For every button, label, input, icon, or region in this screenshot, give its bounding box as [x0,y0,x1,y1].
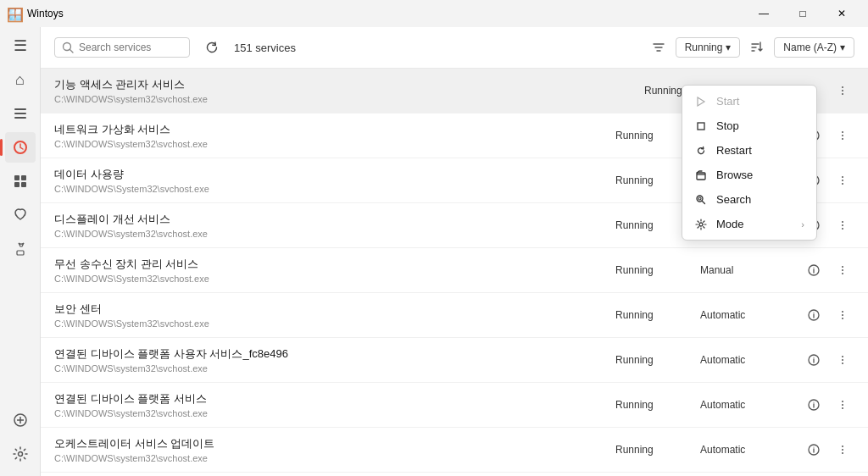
toolbar: 151 services Running ▾ Name (A-Z) ▾ [41,27,868,69]
more-button[interactable] [831,169,854,192]
svg-rect-6 [14,182,19,187]
svg-rect-5 [21,175,26,180]
service-count: 151 services [234,42,296,54]
svg-point-34 [842,224,843,226]
more-button[interactable] [831,213,854,237]
info-icon [808,264,820,276]
info-button[interactable] [802,258,826,282]
refresh-icon [205,41,219,54]
service-name: 무선 송수신 장치 관리 서비스 [54,257,615,272]
search-input[interactable] [79,42,181,53]
close-button[interactable]: ✕ [822,0,861,27]
search-menu-icon [695,194,707,206]
sidebar-item-services[interactable] [5,132,36,163]
sort-label: Name (A-Z) [783,42,837,53]
service-path: C:\WINDOWS\system32\svchost.exe [54,453,615,463]
info-button[interactable] [802,438,826,462]
info-icon [808,354,820,366]
info-button[interactable] [802,348,826,372]
svg-rect-7 [21,182,26,187]
add-icon [13,412,28,428]
sidebar-item-tools[interactable] [5,234,36,264]
info-button[interactable] [802,393,826,417]
service-actions [802,303,854,327]
svg-point-33 [842,221,843,223]
menu-item-icon [694,219,708,230]
service-row[interactable]: 오케스트레이터 서비스 업데이트 C:\WINDOWS\system32\svc… [41,428,868,473]
service-info: 무선 송수신 장치 관리 서비스 C:\WINDOWS\System32\svc… [54,257,615,284]
svg-rect-2 [14,117,26,119]
service-info: 연결된 디바이스 플랫폼 사용자 서비스_fc8e496 C:\WINDOWS\… [54,346,615,374]
service-actions [831,79,854,102]
search-box[interactable] [54,37,190,58]
service-info: 연결된 디바이스 플랫폼 서비스 C:\WINDOWS\system32\svc… [54,391,615,418]
service-actions [802,438,854,462]
sidebar-item-list[interactable] [5,98,36,129]
context-menu-item-stop[interactable]: Stop [682,113,816,138]
svg-point-21 [842,131,843,133]
more-button[interactable] [831,303,854,327]
filter-dropdown[interactable]: Running ▾ [676,37,741,58]
info-icon [808,444,820,456]
info-button[interactable] [802,303,826,327]
service-start: Automatic [700,354,802,366]
svg-point-56 [813,401,814,402]
svg-point-45 [842,311,843,313]
svg-point-72 [699,223,703,226]
more-button[interactable] [831,258,854,282]
sidebar-item-settings[interactable] [5,439,36,469]
more-button[interactable] [831,393,854,417]
context-menu-item-browse[interactable]: Browse [682,163,816,187]
svg-point-50 [813,357,814,357]
filter-icon [652,41,665,54]
service-info: 네트워크 가상화 서비스 C:\WINDOWS\system32\svchost… [54,122,615,149]
sort-dropdown[interactable]: Name (A-Z) ▾ [774,37,854,58]
context-menu-item-restart[interactable]: Restart [682,138,816,163]
svg-point-29 [842,183,843,185]
menu-item-icon [694,145,708,157]
service-row[interactable]: 연결된 디바이스 플랫폼 서비스 C:\WINDOWS\system32\svc… [41,383,868,428]
more-icon [837,85,849,97]
sidebar-item-home[interactable]: ⌂ [5,64,36,95]
maximize-button[interactable]: □ [783,0,822,27]
svg-point-64 [842,449,843,451]
minimize-button[interactable]: — [744,0,783,27]
svg-point-38 [813,267,814,268]
service-row[interactable]: 보안 센터 C:\WINDOWS\System32\svchost.exe Ru… [41,293,868,338]
service-actions [802,348,854,372]
service-name: 네트워크 가상화 서비스 [54,122,615,137]
service-row[interactable]: 무선 송수신 장치 관리 서비스 C:\WINDOWS\System32\svc… [41,248,868,293]
service-row[interactable]: 연결된 디바이스 플랫폼 사용자 서비스_fc8e496 C:\WINDOWS\… [41,338,868,383]
more-icon [837,264,849,276]
service-name: 데이터 사용량 [54,167,615,182]
more-button[interactable] [831,79,854,102]
svg-point-40 [842,269,843,271]
stop-icon [695,120,707,132]
refresh-button[interactable] [200,36,224,59]
svg-point-58 [842,404,843,406]
service-path: C:\WINDOWS\system32\svchost.exe [54,94,644,104]
titlebar: 🪟 Wintoys — □ ✕ [0,0,868,27]
svg-line-71 [702,201,704,203]
context-menu-item-mode[interactable]: Mode › [682,212,816,236]
menu-item-arrow-icon: › [801,219,804,230]
more-icon [837,309,849,321]
start-icon [695,96,707,108]
svg-point-41 [842,273,843,274]
sidebar-item-menu[interactable]: ☰ [5,30,36,61]
service-name: 보안 센터 [54,302,615,317]
more-button[interactable] [831,348,854,372]
sidebar-item-add[interactable] [5,405,36,435]
service-path: C:\WINDOWS\system32\svchost.exe [54,139,615,149]
sidebar-item-apps[interactable] [5,166,36,196]
more-button[interactable] [831,124,854,147]
service-name: 연결된 디바이스 플랫폼 사용자 서비스_fc8e496 [54,346,615,362]
sort-chevron-icon: ▾ [840,42,845,53]
svg-point-28 [842,180,843,181]
menu-item-label: Stop [716,119,804,132]
tools-icon [13,241,28,257]
service-info: 데이터 사용량 C:\WINDOWS\System32\svchost.exe [54,167,615,194]
sidebar-item-favorites[interactable] [5,200,36,230]
context-menu-item-search[interactable]: Search [682,187,816,212]
more-button[interactable] [831,438,854,462]
